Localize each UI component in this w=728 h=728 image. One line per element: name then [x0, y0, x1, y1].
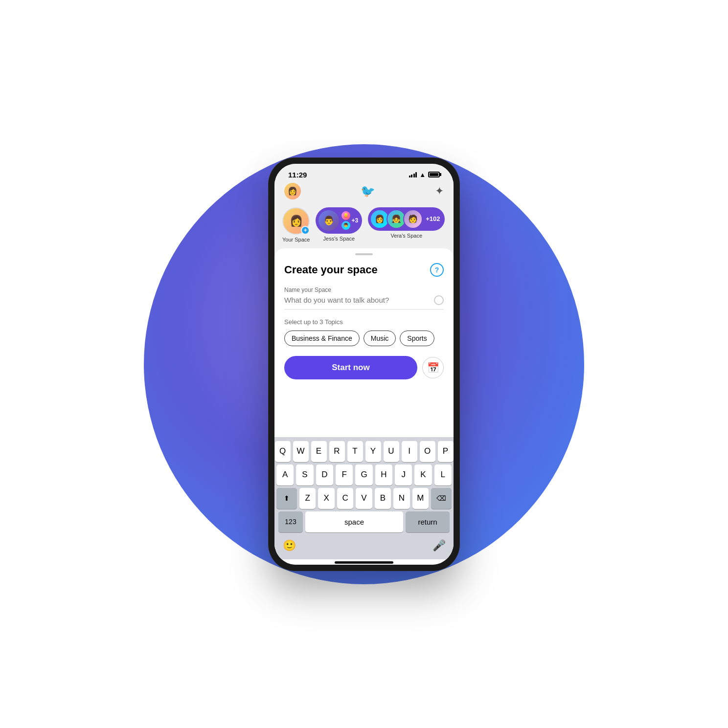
key-c[interactable]: C — [337, 488, 353, 509]
key-s[interactable]: S — [296, 464, 313, 485]
input-progress-circle — [434, 295, 444, 305]
key-r[interactable]: R — [329, 441, 345, 462]
key-j[interactable]: J — [395, 464, 412, 485]
key-e[interactable]: E — [311, 441, 327, 462]
create-space-sheet: Create your space ? Name your Space Sele… — [274, 248, 454, 565]
your-space-avatar-wrap: 👩 + — [282, 207, 310, 235]
vera-space-count: +102 — [426, 215, 440, 222]
keyboard-row-3: ⬆ Z X C V B N M ⌫ — [276, 488, 452, 509]
key-g[interactable]: G — [355, 464, 372, 485]
key-k[interactable]: K — [414, 464, 432, 485]
schedule-button[interactable]: 📅 — [422, 357, 444, 378]
help-icon[interactable]: ? — [430, 263, 444, 277]
microphone-icon[interactable]: 🎤 — [430, 537, 448, 554]
jess-sub-avatar-2: 👦 — [341, 221, 350, 230]
sparkle-icon[interactable]: ✦ — [435, 185, 444, 198]
keyboard: Q W E R T Y U I O P A S — [274, 437, 454, 559]
user-avatar[interactable]: 👩 — [284, 183, 301, 199]
key-f[interactable]: F — [336, 464, 353, 485]
topics-label: Select up to 3 Topics — [284, 318, 444, 326]
key-v[interactable]: V — [356, 488, 372, 509]
key-w[interactable]: W — [293, 441, 309, 462]
key-n[interactable]: N — [393, 488, 410, 509]
name-input-label: Name your Space — [284, 287, 444, 293]
twitter-nav-bar: 👩 🐦 ✦ — [274, 181, 454, 203]
key-m[interactable]: M — [412, 488, 429, 509]
key-x[interactable]: X — [318, 488, 334, 509]
keyboard-bottom-row: 🙂 🎤 — [276, 535, 452, 557]
key-y[interactable]: Y — [365, 441, 381, 462]
topic-chip-business[interactable]: Business & Finance — [284, 331, 360, 346]
key-a[interactable]: A — [276, 464, 294, 485]
emoji-icon[interactable]: 🙂 — [280, 537, 298, 554]
keyboard-row-1: Q W E R T Y U I O P — [276, 441, 452, 462]
jess-space-pill: 👨 👱 👦 +3 — [316, 207, 362, 234]
your-space-label: Your Space — [282, 237, 310, 243]
key-h[interactable]: H — [375, 464, 392, 485]
vera-space-pill: 👩 👧 🧑 +102 — [368, 207, 445, 231]
add-space-badge: + — [301, 226, 310, 235]
vera-space-label: Vera's Space — [391, 233, 422, 239]
status-time: 11:29 — [288, 171, 307, 179]
topic-chip-sports[interactable]: Sports — [400, 331, 434, 346]
key-z[interactable]: Z — [299, 488, 316, 509]
key-b[interactable]: B — [375, 488, 391, 509]
key-shift[interactable]: ⬆ — [276, 488, 297, 509]
scene: 11:29 ▲ 👩 🐦 ✦ — [0, 0, 728, 728]
key-q[interactable]: Q — [275, 441, 291, 462]
keyboard-row-4: 123 space return — [276, 511, 452, 532]
key-l[interactable]: L — [434, 464, 452, 485]
phone-frame: 11:29 ▲ 👩 🐦 ✦ — [269, 158, 459, 571]
home-indicator — [335, 561, 393, 564]
sheet-title: Create your space — [284, 264, 378, 276]
vera-space-item[interactable]: 👩 👧 🧑 +102 Vera's Space — [368, 207, 445, 239]
jess-main-avatar: 👨 — [318, 209, 340, 232]
topics-row: Business & Finance Music Sports — [284, 331, 444, 346]
phone-screen: 11:29 ▲ 👩 🐦 ✦ — [274, 164, 454, 565]
status-icons: ▲ — [409, 171, 440, 178]
spaces-row: 👩 + Your Space 👨 👱 👦 +3 J — [274, 203, 454, 248]
key-t[interactable]: T — [347, 441, 363, 462]
start-now-button[interactable]: Start now — [284, 356, 417, 379]
topic-chip-music[interactable]: Music — [364, 331, 396, 346]
key-u[interactable]: U — [384, 441, 399, 462]
key-d[interactable]: D — [316, 464, 333, 485]
sheet-header: Create your space ? — [284, 263, 444, 277]
wifi-icon: ▲ — [419, 171, 426, 178]
key-i[interactable]: I — [402, 441, 417, 462]
jess-space-label: Jess's Space — [323, 236, 355, 242]
key-numbers[interactable]: 123 — [278, 511, 303, 532]
name-input-row — [284, 295, 444, 309]
jess-space-item[interactable]: 👨 👱 👦 +3 Jess's Space — [316, 207, 362, 242]
start-row: Start now 📅 — [284, 356, 444, 379]
signal-icon — [409, 172, 417, 177]
vera-avatar-3: 🧑 — [403, 209, 423, 229]
key-space[interactable]: space — [305, 511, 403, 532]
key-o[interactable]: O — [420, 441, 435, 462]
status-bar: 11:29 ▲ — [274, 164, 454, 181]
sheet-content: Create your space ? Name your Space Sele… — [274, 255, 454, 437]
vera-avatars: 👩 👧 🧑 — [370, 209, 423, 229]
key-return[interactable]: return — [406, 511, 450, 532]
key-p[interactable]: P — [438, 441, 454, 462]
jess-space-count: +3 — [351, 217, 358, 224]
keyboard-row-2: A S D F G H J K L — [276, 464, 452, 485]
battery-icon — [428, 172, 440, 177]
space-name-input[interactable] — [284, 296, 434, 304]
key-backspace[interactable]: ⌫ — [431, 488, 452, 509]
your-space-item[interactable]: 👩 + Your Space — [282, 207, 310, 243]
jess-sub-avatar-1: 👱 — [341, 211, 350, 220]
twitter-logo-icon: 🐦 — [361, 184, 375, 198]
